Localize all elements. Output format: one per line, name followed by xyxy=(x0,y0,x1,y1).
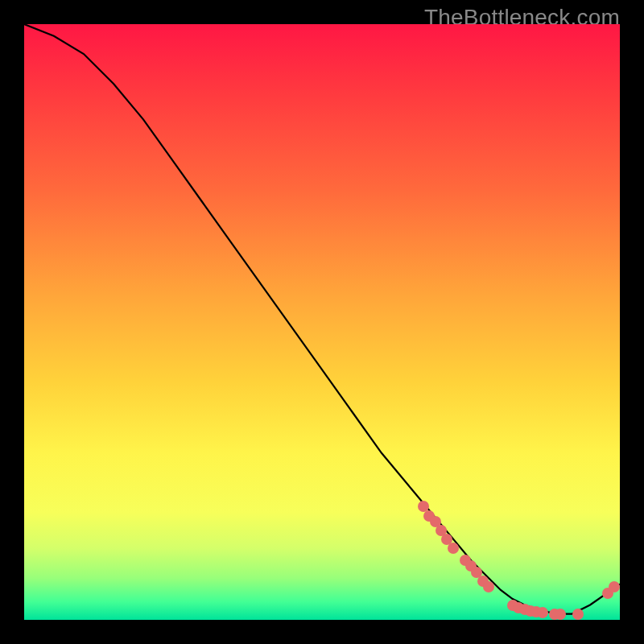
data-point-marker xyxy=(609,581,620,592)
plot-area xyxy=(24,24,620,620)
data-point-marker xyxy=(537,607,548,618)
data-point-marker xyxy=(555,609,566,620)
bottleneck-curve xyxy=(24,24,620,620)
data-point-marker xyxy=(572,609,584,620)
chart-container: TheBottleneck.com xyxy=(0,0,644,644)
data-point-marker xyxy=(448,543,459,554)
